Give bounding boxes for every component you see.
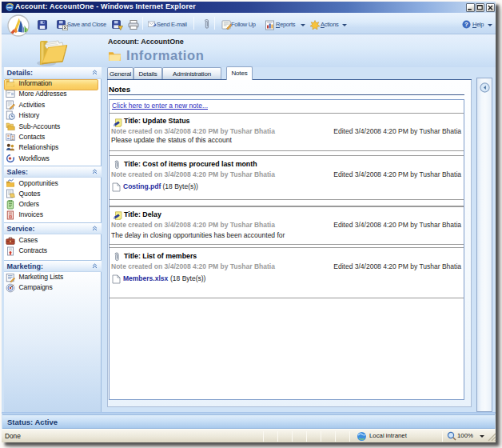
svg-text:?: ? (464, 21, 468, 28)
